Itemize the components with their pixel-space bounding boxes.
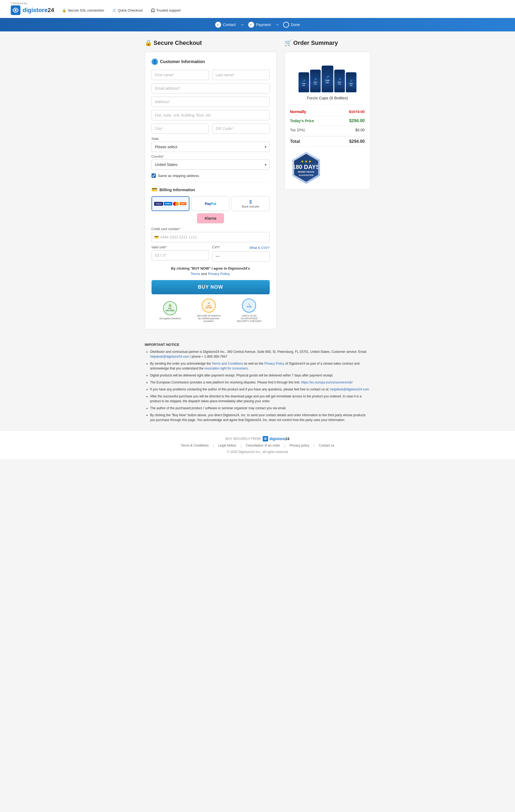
bottle-1: ↗ FORZIX <box>298 72 309 92</box>
footer-copyright: © 2025 Digistore24 Inc., all rights rese… <box>5 450 510 454</box>
virus-scan-trust-badge: 🔍 SCAN VIRUS SCANGUARANTEEDSECURITY CHEC… <box>237 298 262 322</box>
valid-until-input[interactable] <box>152 250 209 260</box>
product-image: ↗ FORZIX ↗ FORZIX ↗ FORZIX ↗ FORZIX <box>290 57 365 92</box>
guarantee-badge: ★★★ 180 DAYS MONEY-BACK GUARANTEE <box>290 152 365 184</box>
checkout-by-text: Checkout by <box>11 2 504 5</box>
notice-list: Distributor and contractual partner is D… <box>145 349 371 423</box>
tax-value: $0.00 <box>355 128 364 132</box>
contact-check-icon: ✓ <box>215 22 221 28</box>
discover-logo: DISC <box>180 202 186 205</box>
cc-number-input[interactable] <box>152 232 270 242</box>
privacy-policy-link[interactable]: Privacy Policy <box>264 362 284 366</box>
todays-price: $294.00 <box>349 118 365 123</box>
paypal-payment-btn[interactable]: PayPal <box>192 196 229 211</box>
privacy-link[interactable]: Privacy Policy. <box>208 272 231 276</box>
arrow-1: → <box>240 22 244 28</box>
cvv-input[interactable] <box>212 251 270 262</box>
notice-item-2: By sending the order you acknowledge the… <box>150 361 371 371</box>
ssl-trust-badge: ✅ SSLSECURED Encrypted checkout <box>160 301 181 320</box>
notice-item-1: Distributor and contractual partner is D… <box>150 349 371 359</box>
eu-odr-link[interactable]: https://ec.europa.eu/consumers/odr/ <box>301 380 353 384</box>
footer-privacy-link[interactable]: Privacy policy <box>290 443 309 448</box>
bottle-3-main: ↗ FORZIX <box>322 65 333 92</box>
state-label: State <box>152 137 270 141</box>
same-shipping-checkbox[interactable] <box>152 173 156 178</box>
and-text: and <box>201 272 207 276</box>
billing-icon: 💳 <box>152 186 157 193</box>
important-notice-title: IMPORTANT NOTICE <box>145 343 371 347</box>
email-input[interactable] <box>152 83 270 93</box>
guarantee-stars: ★★★ <box>301 159 312 164</box>
tax-label: Tax (0%) <box>290 128 305 132</box>
shield-icon: 🛡️ <box>208 302 210 304</box>
normally-label: Normally <box>290 110 306 114</box>
bank-transfer-btn[interactable]: $ Bank transfer <box>232 196 269 211</box>
buy-now-button[interactable]: BUY NOW <box>152 280 270 294</box>
revocation-link[interactable]: revocation right for consumers. <box>205 367 249 370</box>
ssl-check-icon: ✅ <box>169 304 171 307</box>
ssl-badge: 🔒 Secure SSL connection <box>62 8 104 12</box>
progress-step-done: Done <box>283 22 300 28</box>
notice-item-3: Digital products will be delivered right… <box>150 373 371 378</box>
bank-transfer-label: Bank transfer <box>242 205 259 208</box>
cc-number-label: Credit card number* <box>152 227 270 231</box>
svg-point-1 <box>15 9 17 11</box>
address-input[interactable] <box>152 97 270 107</box>
footer-divider-2: | <box>240 443 242 448</box>
lock-icon: 🔒 <box>62 8 66 12</box>
first-name-input[interactable] <box>152 70 209 80</box>
terms-link[interactable]: Terms <box>191 272 200 276</box>
state-select[interactable]: Please select AlabamaAlaskaArizonaCalifo… <box>152 142 270 152</box>
notice-item-4: The European Commission provides a new p… <box>150 380 371 385</box>
arrow-2: → <box>275 22 279 28</box>
cards-payment-btn[interactable]: VISA AMEX DISC <box>152 196 189 211</box>
paypal-logo: PayPal <box>205 202 216 206</box>
helpdesk-email-2[interactable]: helpdesk@digistore24.com <box>330 387 369 391</box>
notice-item-8: By clicking the "Buy Now" button above, … <box>150 413 371 423</box>
todays-label: Today's Price <box>290 119 314 123</box>
total-value: $294.00 <box>349 139 365 144</box>
guarantee-days: 180 DAYS <box>293 164 320 170</box>
progress-bar: ✓ Contact → ✓ Payment → Done <box>0 18 515 31</box>
city-input[interactable] <box>152 123 209 134</box>
cvv-label: CVV* <box>212 245 220 249</box>
headset-icon: 🎧 <box>151 8 155 12</box>
footer-cancellation-link[interactable]: Cancellation of an order <box>246 443 280 448</box>
logo: digistore24 <box>11 5 54 15</box>
footer: BUY SECURELY FROM digistore24 Terms & Co… <box>0 430 515 459</box>
svg-point-3 <box>265 438 266 439</box>
logo-text: digistore24 <box>23 7 54 14</box>
footer-divider-4: | <box>314 443 315 448</box>
normally-price: $1074.00 <box>349 110 364 114</box>
footer-divider-1: | <box>213 443 214 448</box>
secure-pay-trust-badge: 🛡️ 100%SECURE SECURE PAYMENTSby verified… <box>197 298 221 322</box>
progress-step-contact: ✓ Contact <box>215 22 236 28</box>
bottle-4: ↗ FORZIX <box>334 69 345 92</box>
total-label: Total <box>290 139 300 144</box>
agree-text-part1: By clicking "BUY NOW" I agree to Digisto… <box>171 266 250 270</box>
visa-logo: VISA <box>154 202 163 206</box>
guarantee-line2: GUARANTEE <box>299 174 314 176</box>
mastercard-logo <box>173 202 179 206</box>
footer-terms-link[interactable]: Terms & Conditions <box>181 443 209 448</box>
what-is-cvv-link[interactable]: What is CVV? <box>250 246 270 250</box>
terms-conditions-link[interactable]: Terms and Conditions <box>212 362 243 366</box>
footer-contact-link[interactable]: Contact us <box>319 443 334 448</box>
country-select[interactable]: United States Canada United Kingdom <box>152 160 270 170</box>
country-label: Country* <box>152 155 270 158</box>
last-name-input[interactable] <box>212 70 270 80</box>
header: Checkout by digistore24 🔒 Secure SSL con… <box>0 0 515 18</box>
helpdesk-email-1[interactable]: helpdesk@digistore24.com <box>150 355 189 358</box>
zip-input[interactable] <box>212 123 270 134</box>
product-name: Forzix Caps (6 Bottles) <box>290 95 365 100</box>
valid-until-label: Valid until* <box>152 245 209 249</box>
apt-input[interactable] <box>152 110 270 120</box>
cc-card-icon: 💳 <box>154 235 159 239</box>
payment-check-icon: ✓ <box>248 22 254 28</box>
trusted-support-badge: 🎧 Trusted support <box>151 8 181 12</box>
guarantee-line1: MONEY-BACK <box>298 171 315 173</box>
cart-icon: 🛒 <box>112 8 116 12</box>
klarna-btn[interactable]: Klarna <box>197 213 224 224</box>
bank-icon: $ <box>242 199 259 205</box>
footer-legal-link[interactable]: Legal Notice <box>218 443 236 448</box>
